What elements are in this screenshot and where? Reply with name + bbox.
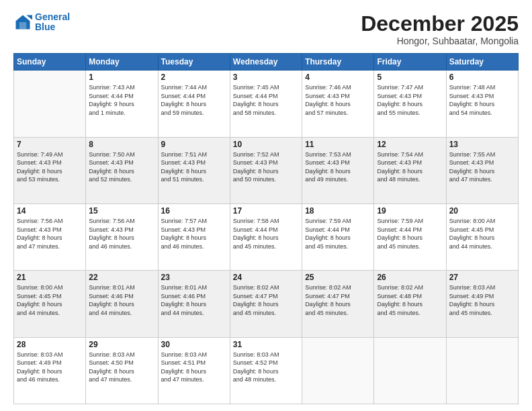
table-row: 18Sunrise: 7:59 AMSunset: 4:44 PMDayligh… <box>302 203 374 270</box>
day-info: Sunrise: 7:50 AMSunset: 4:43 PMDaylight:… <box>89 150 154 184</box>
calendar-week-row: 1Sunrise: 7:43 AMSunset: 4:44 PMDaylight… <box>14 71 519 137</box>
calendar-table: Sunday Monday Tuesday Wednesday Thursday… <box>13 53 519 404</box>
month-title: December 2025 <box>361 12 519 36</box>
table-row: 6Sunrise: 7:48 AMSunset: 4:43 PMDaylight… <box>446 71 518 137</box>
logo-text: General Blue <box>35 12 70 33</box>
day-info: Sunrise: 8:00 AMSunset: 4:45 PMDaylight:… <box>449 217 515 250</box>
header: General Blue December 2025 Hongor, Suhba… <box>13 12 519 46</box>
day-number: 2 <box>161 73 227 82</box>
day-info: Sunrise: 7:54 AMSunset: 4:43 PMDaylight:… <box>377 150 443 184</box>
page: General Blue December 2025 Hongor, Suhba… <box>0 0 532 411</box>
table-row: 3Sunrise: 7:45 AMSunset: 4:44 PMDaylight… <box>230 71 302 137</box>
day-info: Sunrise: 7:46 AMSunset: 4:43 PMDaylight:… <box>305 83 371 117</box>
table-row: 9Sunrise: 7:51 AMSunset: 4:43 PMDaylight… <box>158 137 230 203</box>
col-thursday: Thursday <box>302 54 374 71</box>
day-info: Sunrise: 8:03 AMSunset: 4:49 PMDaylight:… <box>449 283 515 317</box>
day-number: 10 <box>233 140 299 149</box>
day-number: 30 <box>161 340 227 349</box>
logo: General Blue <box>13 12 70 33</box>
day-number: 18 <box>305 206 371 216</box>
table-row <box>446 337 518 404</box>
day-info: Sunrise: 8:03 AMSunset: 4:52 PMDaylight:… <box>233 351 299 384</box>
day-number: 12 <box>377 140 443 149</box>
table-row: 8Sunrise: 7:50 AMSunset: 4:43 PMDaylight… <box>86 137 158 203</box>
day-number: 11 <box>305 140 371 149</box>
logo-icon <box>13 13 32 32</box>
day-number: 25 <box>305 273 371 282</box>
calendar-week-row: 7Sunrise: 7:49 AMSunset: 4:43 PMDaylight… <box>14 137 519 203</box>
table-row <box>14 71 86 137</box>
day-info: Sunrise: 7:55 AMSunset: 4:43 PMDaylight:… <box>449 150 515 184</box>
table-row: 15Sunrise: 7:56 AMSunset: 4:43 PMDayligh… <box>86 203 158 270</box>
table-row: 5Sunrise: 7:47 AMSunset: 4:43 PMDaylight… <box>374 71 446 137</box>
day-info: Sunrise: 8:02 AMSunset: 4:47 PMDaylight:… <box>305 283 371 317</box>
col-wednesday: Wednesday <box>230 54 302 71</box>
table-row: 7Sunrise: 7:49 AMSunset: 4:43 PMDaylight… <box>14 137 86 203</box>
day-info: Sunrise: 8:03 AMSunset: 4:50 PMDaylight:… <box>89 351 154 384</box>
day-number: 16 <box>161 206 227 216</box>
table-row: 13Sunrise: 7:55 AMSunset: 4:43 PMDayligh… <box>446 137 518 203</box>
table-row: 10Sunrise: 7:52 AMSunset: 4:43 PMDayligh… <box>230 137 302 203</box>
day-info: Sunrise: 7:45 AMSunset: 4:44 PMDaylight:… <box>233 83 299 117</box>
day-number: 1 <box>89 73 154 82</box>
col-tuesday: Tuesday <box>158 54 230 71</box>
day-info: Sunrise: 7:56 AMSunset: 4:43 PMDaylight:… <box>17 217 83 250</box>
col-friday: Friday <box>374 54 446 71</box>
logo-line1: General <box>35 11 70 22</box>
day-number: 15 <box>89 206 154 216</box>
day-number: 6 <box>449 73 515 82</box>
table-row: 29Sunrise: 8:03 AMSunset: 4:50 PMDayligh… <box>86 337 158 404</box>
table-row: 22Sunrise: 8:01 AMSunset: 4:46 PMDayligh… <box>86 271 158 337</box>
day-number: 5 <box>377 73 443 82</box>
table-row: 16Sunrise: 7:57 AMSunset: 4:43 PMDayligh… <box>158 203 230 270</box>
svg-rect-2 <box>19 22 27 30</box>
day-info: Sunrise: 8:03 AMSunset: 4:51 PMDaylight:… <box>161 351 227 384</box>
table-row: 11Sunrise: 7:53 AMSunset: 4:43 PMDayligh… <box>302 137 374 203</box>
day-info: Sunrise: 7:56 AMSunset: 4:43 PMDaylight:… <box>89 217 154 250</box>
day-number: 22 <box>89 273 154 282</box>
table-row: 31Sunrise: 8:03 AMSunset: 4:52 PMDayligh… <box>230 337 302 404</box>
day-number: 4 <box>305 73 371 82</box>
table-row: 14Sunrise: 7:56 AMSunset: 4:43 PMDayligh… <box>14 203 86 270</box>
day-number: 14 <box>17 206 83 216</box>
day-number: 3 <box>233 73 299 82</box>
table-row: 4Sunrise: 7:46 AMSunset: 4:43 PMDaylight… <box>302 71 374 137</box>
day-info: Sunrise: 8:03 AMSunset: 4:49 PMDaylight:… <box>17 351 83 384</box>
table-row: 19Sunrise: 7:59 AMSunset: 4:44 PMDayligh… <box>374 203 446 270</box>
day-info: Sunrise: 7:53 AMSunset: 4:43 PMDaylight:… <box>305 150 371 184</box>
col-monday: Monday <box>86 54 158 71</box>
day-number: 13 <box>449 140 515 149</box>
table-row: 27Sunrise: 8:03 AMSunset: 4:49 PMDayligh… <box>446 271 518 337</box>
calendar-week-row: 28Sunrise: 8:03 AMSunset: 4:49 PMDayligh… <box>14 337 519 404</box>
day-number: 19 <box>377 206 443 216</box>
day-number: 29 <box>89 340 154 349</box>
day-info: Sunrise: 7:57 AMSunset: 4:43 PMDaylight:… <box>161 217 227 250</box>
day-number: 24 <box>233 273 299 282</box>
day-info: Sunrise: 7:48 AMSunset: 4:43 PMDaylight:… <box>449 83 515 117</box>
col-saturday: Saturday <box>446 54 518 71</box>
calendar-week-row: 21Sunrise: 8:00 AMSunset: 4:45 PMDayligh… <box>14 271 519 337</box>
day-info: Sunrise: 8:01 AMSunset: 4:46 PMDaylight:… <box>89 283 154 317</box>
day-info: Sunrise: 7:47 AMSunset: 4:43 PMDaylight:… <box>377 83 443 117</box>
col-sunday: Sunday <box>14 54 86 71</box>
table-row: 1Sunrise: 7:43 AMSunset: 4:44 PMDaylight… <box>86 71 158 137</box>
day-info: Sunrise: 7:49 AMSunset: 4:43 PMDaylight:… <box>17 150 83 184</box>
day-info: Sunrise: 7:59 AMSunset: 4:44 PMDaylight:… <box>377 217 443 250</box>
table-row: 24Sunrise: 8:02 AMSunset: 4:47 PMDayligh… <box>230 271 302 337</box>
day-info: Sunrise: 7:58 AMSunset: 4:44 PMDaylight:… <box>233 217 299 250</box>
table-row: 17Sunrise: 7:58 AMSunset: 4:44 PMDayligh… <box>230 203 302 270</box>
logo-line2: Blue <box>35 21 55 32</box>
day-number: 17 <box>233 206 299 216</box>
table-row: 21Sunrise: 8:00 AMSunset: 4:45 PMDayligh… <box>14 271 86 337</box>
day-number: 7 <box>17 140 83 149</box>
day-info: Sunrise: 7:43 AMSunset: 4:44 PMDaylight:… <box>89 83 154 117</box>
table-row <box>302 337 374 404</box>
day-info: Sunrise: 8:02 AMSunset: 4:48 PMDaylight:… <box>377 283 443 317</box>
day-number: 27 <box>449 273 515 282</box>
table-row <box>374 337 446 404</box>
table-row: 28Sunrise: 8:03 AMSunset: 4:49 PMDayligh… <box>14 337 86 404</box>
calendar-header-row: Sunday Monday Tuesday Wednesday Thursday… <box>14 54 519 71</box>
table-row: 26Sunrise: 8:02 AMSunset: 4:48 PMDayligh… <box>374 271 446 337</box>
table-row: 23Sunrise: 8:01 AMSunset: 4:46 PMDayligh… <box>158 271 230 337</box>
day-info: Sunrise: 8:02 AMSunset: 4:47 PMDaylight:… <box>233 283 299 317</box>
